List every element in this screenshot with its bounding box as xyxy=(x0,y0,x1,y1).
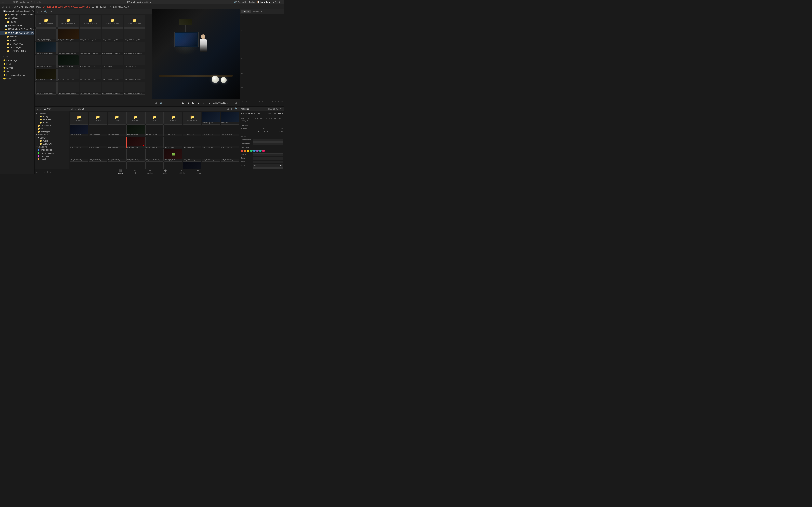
take-input[interactable] xyxy=(253,157,283,160)
pool-r5c7[interactable]: A15_2016-02-04-05_... xyxy=(183,161,201,169)
tab-fusion[interactable]: ◈ Fusion xyxy=(144,169,156,174)
media-thumb-r2c5[interactable]: A01_2015-12-17_19:5... xyxy=(124,29,145,41)
pool-r2c7[interactable]: A03_2016-01-27_... xyxy=(183,124,201,136)
tree-wideangles[interactable]: Wide angles xyxy=(35,149,69,152)
media-thumb-folder3[interactable]: 📁A01_2015-12-17_18:2... xyxy=(80,15,101,27)
media-thumb-r3c4[interactable]: A08_2016-01-27_22:0... xyxy=(102,42,123,54)
forward-btn[interactable]: › xyxy=(10,1,12,4)
tab-deliver[interactable]: ▶ Deliver xyxy=(192,169,204,174)
move-select[interactable]: Wide xyxy=(253,164,283,168)
pool-r5c5[interactable]: A15_2016-02-04-05_... xyxy=(145,161,164,169)
sidebar-item-storagealex[interactable]: 📁 STORAGE ALEX xyxy=(0,49,34,53)
view-toggle-grid[interactable]: ⊞ xyxy=(36,10,39,13)
sidebar-item-scratch[interactable]: 📁 scratch xyxy=(0,38,34,42)
tab-media[interactable]: ⬛ Media xyxy=(115,169,126,174)
pool-r3c6[interactable]: A14_2016-01-28_... xyxy=(164,137,183,149)
media-thumb-r4c1[interactable]: A14_2016-01-28_21:5... xyxy=(35,55,57,68)
color-blue[interactable] xyxy=(253,150,256,152)
color-pink[interactable] xyxy=(262,150,265,152)
media-thumb-folder2[interactable]: 📁2010-01-27_23:08:41 xyxy=(57,15,79,27)
pool-toggle[interactable]: ⊡ xyxy=(70,107,73,111)
media-thumb-r6c5[interactable]: A14_2016-01-28_22:4... xyxy=(124,82,145,95)
pool-r2c9[interactable]: A01_2016-01-27_... xyxy=(221,124,239,136)
pool-r3c2[interactable]: A14_2016-01-28_... xyxy=(89,137,107,149)
pool-timelines[interactable]: 📁Timelines xyxy=(70,112,88,124)
pool-r3c8[interactable]: A14_2016-01-28_... xyxy=(202,137,220,149)
sidebar-item-godzilla[interactable]: 📁 Godzilla 4k xyxy=(0,16,34,20)
color-purple[interactable] xyxy=(256,150,259,152)
view-toggle-list[interactable]: ≡ xyxy=(40,10,42,13)
fav-sv[interactable]: ⭐SV xyxy=(0,69,34,73)
pool-r3c9[interactable]: A14_2016-01-28_... xyxy=(221,137,239,149)
media-thumb-r4c2[interactable]: A14_2016-01-28_22:1... xyxy=(57,55,79,68)
pool-end-creds[interactable]: End Creds xyxy=(221,112,239,124)
media-thumb-r5c2[interactable]: A08_2016-01-27_20:4... xyxy=(57,68,79,81)
tab-edit[interactable]: ✂ Edit xyxy=(130,169,140,174)
prev-pip[interactable]: ⊟ xyxy=(235,101,238,105)
pool-r4c8[interactable]: A01_2016-01-21_... xyxy=(202,149,220,161)
sidebar-item-lrfootage[interactable]: 📁 LR FOOTAGE xyxy=(0,42,34,46)
skip-end-btn[interactable]: ⏭ xyxy=(202,101,206,105)
pool-r2c4[interactable]: A08_2016-04-27_... xyxy=(126,124,145,136)
comments-input[interactable] xyxy=(253,143,283,145)
fav-photos2[interactable]: ⭐Photos xyxy=(0,77,34,80)
color-red[interactable] xyxy=(241,150,243,152)
pool-r4c3[interactable]: A01_2016-01-25_... xyxy=(108,149,126,161)
tab-meters[interactable]: Meters xyxy=(241,10,251,13)
media-thumb-r2c3[interactable]: A01_2015-12-17_19:5... xyxy=(80,29,101,41)
pool-r2c8[interactable]: A01_2016-01-27_... xyxy=(202,124,220,136)
sidebar-item-blackmagic[interactable]: 📁 Blackmagic DaVinci Resolve Studio xyxy=(0,13,34,16)
tab-waveform[interactable]: Waveform xyxy=(252,10,264,13)
pool-search[interactable]: 🔍 xyxy=(234,107,238,111)
description-input[interactable] xyxy=(253,139,283,142)
pool-r4c1[interactable]: A03_2016-01-25_... xyxy=(70,149,88,161)
pool-r4c6[interactable]: 🟩 BMSlnge_Trans... xyxy=(164,149,183,161)
pool-r4c4[interactable]: A03_2016-09-25_... xyxy=(126,149,145,161)
tree-friday2[interactable]: 📁 Friday xyxy=(35,121,69,124)
tree-processed[interactable]: 📁 Processed xyxy=(35,124,69,127)
step-fwd-btn[interactable]: ▶ xyxy=(197,101,200,105)
sidebar-item-ursa2[interactable]: 📁 URSA Mini 4.6K Short Film A xyxy=(0,31,34,35)
pool-vfx[interactable]: 📁VFX xyxy=(145,112,164,124)
back-btn[interactable]: ‹ xyxy=(6,1,8,4)
pool-r5c2[interactable]: A15_2016-02-03_... xyxy=(89,161,107,169)
browser-options[interactable]: ⋯ xyxy=(49,10,52,13)
media-thumb-r5c5[interactable]: A08_2016-01-27_22:3... xyxy=(124,68,145,81)
play-btn[interactable]: ▶ xyxy=(192,101,195,105)
pool-r3c7[interactable]: A14_2016-01-28_... xyxy=(183,137,201,149)
shot-input[interactable] xyxy=(253,161,283,163)
sidebar-item-photos1[interactable]: 📁 Photos xyxy=(0,20,34,24)
pool-rerinda[interactable]: 📁ReRinda Timeline xyxy=(183,112,201,124)
fav-process[interactable]: ⭐LR-Process Footage xyxy=(0,73,34,77)
pool-r2c1[interactable]: A08_2016-01-27_... xyxy=(70,124,88,136)
media-thumb-r4c3[interactable]: A14_2016-01-28_22:1... xyxy=(80,55,101,68)
media-thumb-r5c1[interactable]: A03_2016-01-27_22:5... xyxy=(35,68,57,81)
preview-view-btn[interactable]: ⊡ xyxy=(154,101,157,105)
browser-search[interactable]: 🔍 xyxy=(44,10,48,13)
media-thumb-r3c1[interactable]: A03_2015-12-17_12:0... xyxy=(35,42,57,54)
nav-forward[interactable]: › xyxy=(9,5,11,8)
pool-back[interactable]: ‹ xyxy=(74,107,77,111)
panel-toggle[interactable]: ⊡ xyxy=(36,107,39,111)
menu-icon[interactable]: ☰ xyxy=(1,0,4,4)
pool-r5c1[interactable]: A15_2016-02-05_... xyxy=(70,161,88,169)
pool-r3c3[interactable]: A14_2016-01-28_... xyxy=(108,137,126,149)
pool-view-grid[interactable]: ⊞ xyxy=(226,107,230,111)
tree-saturday[interactable]: 📁 Saturday xyxy=(35,118,69,121)
media-thumb-r4c5[interactable]: A14_2016-01-28_22:4... xyxy=(124,55,145,68)
pool-r2c5[interactable]: A03_2016-01-27_... xyxy=(145,124,164,136)
step-back-btn[interactable]: ◀ xyxy=(186,101,190,105)
preview-video[interactable] xyxy=(152,9,240,99)
pool-r3c5[interactable]: A14_2016-01-28_... xyxy=(145,137,164,149)
fav-photos[interactable]: ⭐Photos xyxy=(0,62,34,66)
tree-audio[interactable]: 📁 Audio xyxy=(35,139,69,143)
scene-input[interactable] xyxy=(253,153,283,156)
media-thumb-r6c3[interactable]: A14_2016-01-28_22:1... xyxy=(80,82,101,95)
sidebar-toggle[interactable]: ⊡ xyxy=(1,5,4,8)
media-thumb-r5c3[interactable]: A08_2016-01-27_21:2... xyxy=(80,68,101,81)
media-thumb-r5c4[interactable]: A08_2016-01-27_21:3... xyxy=(102,68,123,81)
pool-r3c4-selected[interactable]: A14_2016-01-28_... xyxy=(126,137,145,149)
tree-cutaways[interactable]: 📁 Cutaways xyxy=(35,143,69,146)
color-teal[interactable] xyxy=(259,150,262,152)
fav-lrstorage[interactable]: ⭐LR Storage xyxy=(0,59,34,62)
